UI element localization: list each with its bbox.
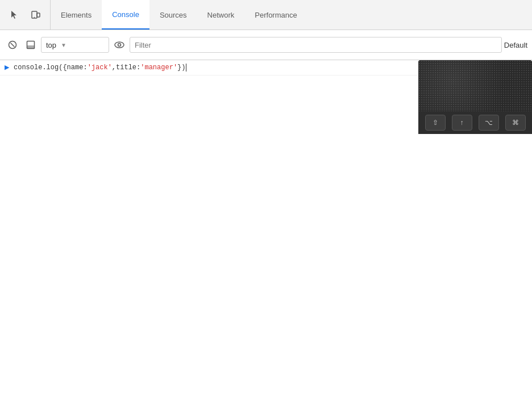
device-toggle-icon[interactable] xyxy=(27,6,44,23)
devtools-icons xyxy=(0,0,51,30)
context-selector[interactable]: top ▼ xyxy=(41,37,109,53)
command-key-button[interactable]: ⌘ xyxy=(505,115,526,131)
option-key-button[interactable]: ⌥ xyxy=(479,115,499,131)
keyboard-display xyxy=(418,60,532,111)
tab-performance[interactable]: Performance xyxy=(244,0,307,30)
tab-sources[interactable]: Sources xyxy=(149,0,197,30)
console-toolbar: top ▼ Default xyxy=(0,30,532,60)
context-value: top xyxy=(46,41,56,49)
shift-key-button[interactable]: ⇧ xyxy=(425,115,446,131)
dropdown-arrow-icon: ▼ xyxy=(61,42,66,48)
cursor-icon[interactable] xyxy=(6,6,23,23)
console-content: ▶ console.log({name:'jack',title:'manage… xyxy=(0,60,532,415)
filter-input[interactable] xyxy=(130,37,502,53)
tab-elements[interactable]: Elements xyxy=(51,0,102,30)
create-live-expression-button[interactable] xyxy=(111,37,127,53)
keyboard-shortcut-overlay: ⇧ ↑ ⌥ ⌘ xyxy=(418,60,532,134)
expand-arrow-icon[interactable]: ▶ xyxy=(5,64,9,71)
svg-point-7 xyxy=(115,42,124,48)
svg-point-8 xyxy=(118,44,121,47)
up-key-button[interactable]: ↑ xyxy=(452,115,472,131)
show-console-drawer-button[interactable] xyxy=(23,37,39,53)
tab-bar: Elements Console Sources Network Perform… xyxy=(0,0,532,30)
console-log-text: console.log({name:'jack',title:'manager'… xyxy=(14,62,186,73)
svg-rect-6 xyxy=(27,45,35,49)
keyboard-buttons-row: ⇧ ↑ ⌥ ⌘ xyxy=(418,111,532,134)
tab-console[interactable]: Console xyxy=(102,0,149,30)
log-levels-label[interactable]: Default xyxy=(504,41,527,49)
svg-line-4 xyxy=(11,43,14,47)
tab-network[interactable]: Network xyxy=(197,0,245,30)
clear-console-button[interactable] xyxy=(5,37,20,53)
svg-rect-1 xyxy=(37,13,40,17)
svg-point-2 xyxy=(34,17,35,18)
